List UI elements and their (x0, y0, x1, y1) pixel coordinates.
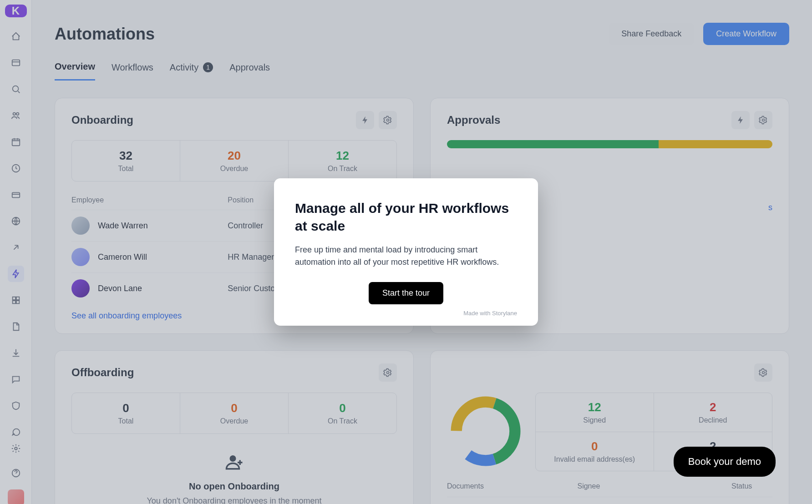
book-demo-button[interactable]: Book your demo (674, 447, 776, 477)
modal-body: Free up time and mental load by introduc… (295, 244, 517, 268)
modal-overlay: Manage all of your HR workflows at scale… (0, 0, 812, 504)
tour-modal: Manage all of your HR workflows at scale… (274, 178, 538, 326)
modal-footer: Made with Storylane (295, 310, 517, 317)
modal-title: Manage all of your HR workflows at scale (295, 199, 517, 235)
start-tour-button[interactable]: Start the tour (369, 282, 443, 304)
